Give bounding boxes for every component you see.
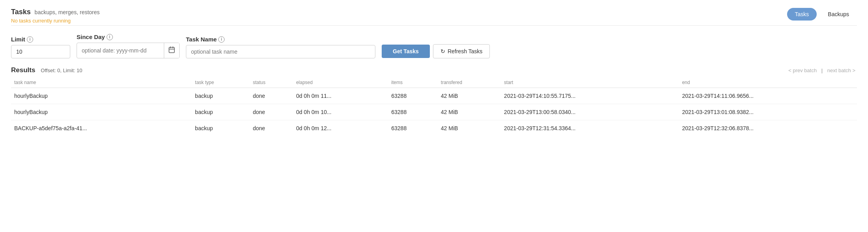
cell-4: 63288	[388, 120, 438, 137]
next-batch-link[interactable]: next batch >	[827, 67, 855, 73]
header-left: Tasks backups, merges, restores No tasks…	[11, 8, 100, 24]
cell-1: backup	[192, 120, 249, 137]
cell-1: backup	[192, 88, 249, 104]
cell-5: 42 MiB	[438, 104, 501, 120]
prev-batch-link[interactable]: < prev batch	[788, 67, 817, 73]
calendar-icon-button[interactable]	[164, 43, 179, 58]
cell-4: 63288	[388, 104, 438, 120]
col-start: start	[501, 77, 679, 88]
cell-2: done	[249, 120, 293, 137]
limit-input[interactable]	[11, 45, 70, 58]
page-subtitle: backups, merges, restores	[35, 9, 100, 15]
cell-3: 0d 0h 0m 11...	[293, 88, 388, 104]
refresh-tasks-label: Refresh Tasks	[448, 48, 482, 54]
table-body: hourlyBackupbackupdone0d 0h 0m 11...6328…	[11, 88, 857, 137]
cell-0: hourlyBackup	[11, 104, 192, 120]
cell-7: 2021-03-29T13:01:08.9382...	[679, 104, 857, 120]
cell-6: 2021-03-29T12:31:54.3364...	[501, 120, 679, 137]
refresh-tasks-button[interactable]: ↻ Refresh Tasks	[433, 44, 490, 58]
task-name-input[interactable]	[186, 45, 375, 58]
calendar-icon	[168, 46, 175, 53]
cell-1: backup	[192, 104, 249, 120]
col-items: items	[388, 77, 438, 88]
header-divider	[11, 25, 857, 26]
since-day-group: Since Day i	[77, 34, 180, 58]
col-status: status	[249, 77, 293, 88]
refresh-icon: ↻	[441, 48, 445, 54]
col-task-type: task type	[192, 77, 249, 88]
cell-2: done	[249, 88, 293, 104]
get-tasks-button[interactable]: Get Tasks	[382, 45, 430, 58]
limit-label: Limit i	[11, 36, 70, 43]
results-header: Results Offset: 0, Limit: 10 < prev batc…	[11, 66, 857, 74]
action-buttons: Get Tasks ↻ Refresh Tasks	[382, 44, 490, 58]
since-day-label: Since Day i	[77, 34, 180, 40]
table-row: hourlyBackupbackupdone0d 0h 0m 11...6328…	[11, 88, 857, 104]
tab-backups[interactable]: Backups	[820, 8, 857, 21]
cell-2: done	[249, 104, 293, 120]
since-day-input-wrap	[77, 43, 180, 58]
page-header: Tasks backups, merges, restores No tasks…	[11, 8, 857, 24]
pagination-separator: |	[821, 67, 823, 73]
cell-5: 42 MiB	[438, 120, 501, 137]
cell-3: 0d 0h 0m 12...	[293, 120, 388, 137]
header-tabs: Tasks Backups	[787, 8, 857, 21]
since-day-info-icon[interactable]: i	[107, 34, 113, 40]
cell-3: 0d 0h 0m 10...	[293, 104, 388, 120]
tab-tasks[interactable]: Tasks	[787, 8, 817, 21]
svg-rect-0	[169, 47, 174, 53]
pagination: < prev batch | next batch >	[787, 67, 857, 73]
cell-7: 2021-03-29T12:32:06.8378...	[679, 120, 857, 137]
cell-6: 2021-03-29T13:00:58.0340...	[501, 104, 679, 120]
results-title-group: Results Offset: 0, Limit: 10	[11, 66, 82, 74]
cell-6: 2021-03-29T14:10:55.7175...	[501, 88, 679, 104]
results-table: task name task type status elapsed items…	[11, 77, 857, 136]
task-name-label: Task Name i	[186, 36, 375, 43]
table-row: BACKUP-a5def75a-a2fa-41...backupdone0d 0…	[11, 120, 857, 137]
limit-group: Limit i	[11, 36, 70, 58]
table-head: task name task type status elapsed items…	[11, 77, 857, 88]
cell-5: 42 MiB	[438, 88, 501, 104]
since-day-input[interactable]	[77, 44, 164, 57]
col-task-name: task name	[11, 77, 192, 88]
status-badge: No tasks currently running	[11, 18, 100, 24]
header-title-row: Tasks backups, merges, restores	[11, 8, 100, 16]
cell-7: 2021-03-29T14:11:06.9656...	[679, 88, 857, 104]
page-title: Tasks	[11, 8, 31, 16]
cell-4: 63288	[388, 88, 438, 104]
col-elapsed: elapsed	[293, 77, 388, 88]
filters-row: Limit i Since Day i Task Name i	[11, 34, 857, 58]
task-name-info-icon[interactable]: i	[218, 36, 225, 43]
results-title: Results	[11, 66, 35, 74]
results-meta: Offset: 0, Limit: 10	[41, 67, 82, 73]
table-header-row: task name task type status elapsed items…	[11, 77, 857, 88]
cell-0: hourlyBackup	[11, 88, 192, 104]
col-transfered: transfered	[438, 77, 501, 88]
cell-0: BACKUP-a5def75a-a2fa-41...	[11, 120, 192, 137]
col-end: end	[679, 77, 857, 88]
table-row: hourlyBackupbackupdone0d 0h 0m 10...6328…	[11, 104, 857, 120]
limit-info-icon[interactable]: i	[27, 36, 33, 43]
task-name-group: Task Name i	[186, 36, 375, 58]
